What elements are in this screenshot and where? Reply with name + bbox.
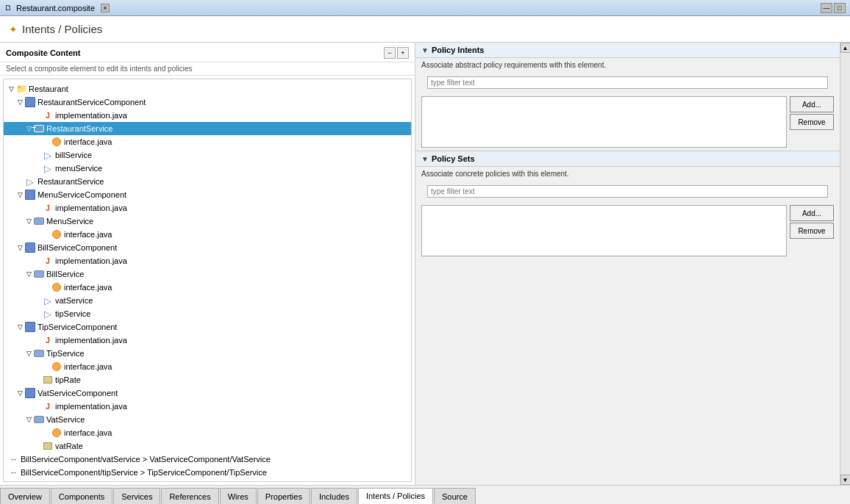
tab-includes[interactable]: Includes bbox=[311, 488, 357, 504]
collapse-arrow-icon2[interactable]: ▼ bbox=[421, 155, 429, 163]
tree-item[interactable]: J implementation.java bbox=[4, 201, 411, 215]
toggle-icon[interactable]: ▽ bbox=[15, 98, 24, 107]
tree-item[interactable]: J implementation.java bbox=[4, 109, 411, 122]
tree-item[interactable]: ▷ vatService bbox=[4, 294, 411, 307]
tree-item[interactable]: ▽ BillServiceComponent bbox=[4, 241, 411, 254]
tree-label: implementation.java bbox=[55, 336, 127, 345]
tab-overview[interactable]: Overview bbox=[0, 488, 50, 504]
service-ref-icon bbox=[33, 348, 45, 359]
collapse-button[interactable]: − bbox=[384, 47, 396, 59]
tab-source[interactable]: Source bbox=[434, 488, 476, 504]
tree-label: vatRate bbox=[55, 442, 83, 450]
wire-item[interactable]: ↔ BillServiceComponent/tipService > TipS… bbox=[4, 466, 411, 479]
right-scrollbar[interactable]: ▲ ▼ bbox=[840, 43, 850, 485]
spacer bbox=[33, 442, 42, 450]
tree-label: implementation.java bbox=[55, 111, 127, 120]
policy-intents-title: Policy Intents bbox=[432, 46, 485, 54]
tree-container[interactable]: ▽ 📁 Restaurant ▽ RestaurantServiceCompon… bbox=[3, 79, 412, 482]
toggle-icon[interactable]: ▽ bbox=[7, 84, 15, 93]
tree-label: tipService bbox=[55, 309, 90, 318]
scroll-down-button[interactable]: ▼ bbox=[840, 475, 851, 485]
tree-item[interactable]: interface.java bbox=[4, 426, 411, 439]
title-bar: 🗋 Restaurant.composite × — □ bbox=[0, 0, 850, 16]
maximize-button[interactable]: □ bbox=[834, 3, 846, 13]
toggle-icon[interactable]: ▽ bbox=[15, 243, 24, 252]
tree-item[interactable]: J implementation.java bbox=[4, 400, 411, 413]
policy-sets-list[interactable] bbox=[421, 205, 787, 256]
tree-label: VatService bbox=[46, 415, 85, 424]
collapse-arrow-icon[interactable]: ▼ bbox=[421, 46, 429, 54]
tree-label: implementation.java bbox=[55, 204, 127, 212]
tree-item[interactable]: ▽ TipService bbox=[4, 347, 411, 360]
toggle-icon[interactable]: ▽ bbox=[15, 389, 24, 397]
toggle-icon[interactable]: ▽ bbox=[24, 415, 33, 424]
tree-item[interactable]: interface.java bbox=[4, 360, 411, 373]
toggle-icon[interactable]: ▽ bbox=[24, 270, 33, 278]
toggle-icon[interactable]: ▽ bbox=[15, 190, 24, 199]
tree-item[interactable]: ▽ VatService bbox=[4, 413, 411, 426]
tab-close-button[interactable]: × bbox=[101, 4, 110, 12]
wire-arrow-icon: ↔ bbox=[10, 468, 18, 477]
tree-label: RestaurantService bbox=[46, 124, 113, 133]
tab-properties[interactable]: Properties bbox=[257, 488, 310, 504]
tree-item[interactable]: ▽ RestaurantServiceComponent bbox=[4, 96, 411, 109]
tab-services[interactable]: Services bbox=[113, 488, 160, 504]
tree-item[interactable]: tipRate bbox=[4, 373, 411, 386]
tab-intents-policies[interactable]: Intents / Policies bbox=[358, 488, 433, 504]
component-icon bbox=[24, 96, 36, 108]
expand-button[interactable]: + bbox=[397, 47, 409, 59]
policy-sets-add-button[interactable]: Add... bbox=[790, 205, 834, 221]
policy-intents-add-button[interactable]: Add... bbox=[790, 96, 834, 112]
policy-sets-filter[interactable] bbox=[427, 185, 828, 198]
scroll-up-button[interactable]: ▲ bbox=[840, 43, 851, 53]
tree-item[interactable]: ▽ 📁 Restaurant bbox=[4, 82, 411, 96]
tree-item[interactable]: ▷ billService bbox=[4, 148, 411, 162]
java-icon: J bbox=[42, 202, 54, 214]
tab-components[interactable]: Components bbox=[51, 488, 113, 504]
component-icon bbox=[24, 242, 36, 253]
spacer bbox=[33, 402, 42, 411]
toggle-icon[interactable]: ▽ bbox=[24, 349, 33, 358]
minimize-button[interactable]: — bbox=[821, 3, 832, 13]
policy-intents-remove-button[interactable]: Remove bbox=[790, 114, 834, 130]
interface-icon bbox=[51, 281, 63, 293]
toggle-icon[interactable]: ▽ bbox=[24, 124, 33, 133]
tree-item[interactable]: ▽ BillService bbox=[4, 267, 411, 281]
tree-item[interactable]: ▷ menuService bbox=[4, 162, 411, 175]
tab-wires[interactable]: Wires bbox=[220, 488, 257, 504]
tree-item[interactable]: ▽ MenuService bbox=[4, 215, 411, 228]
tree-item[interactable]: interface.java bbox=[4, 281, 411, 294]
tree-label: menuService bbox=[55, 164, 102, 173]
tree-item[interactable]: J implementation.java bbox=[4, 334, 411, 347]
toggle-icon[interactable]: ▽ bbox=[24, 217, 33, 226]
tree-item[interactable]: ▷ RestaurantService bbox=[4, 175, 411, 188]
tree-item[interactable]: ▷ tipService bbox=[4, 307, 411, 320]
service-ref-icon bbox=[33, 268, 45, 280]
tree-item[interactable]: J implementation.java bbox=[4, 254, 411, 267]
service-ref-icon bbox=[33, 414, 45, 425]
property-icon bbox=[42, 440, 54, 452]
spacer bbox=[42, 137, 51, 146]
tree-item[interactable]: interface.java bbox=[4, 228, 411, 241]
service-ref-icon bbox=[33, 123, 45, 134]
toggle-icon[interactable]: ▽ bbox=[15, 323, 24, 331]
tree-item-selected[interactable]: ▽ RestaurantService bbox=[4, 122, 411, 135]
tab-title: Restaurant.composite bbox=[16, 4, 95, 12]
tree-label: MenuService bbox=[46, 217, 93, 226]
tab-overview-label: Overview bbox=[8, 492, 42, 501]
tree-item[interactable]: ▽ TipServiceComponent bbox=[4, 320, 411, 334]
component-icon bbox=[24, 189, 36, 201]
tree-label: BillServiceComponent/tipService > TipSer… bbox=[21, 468, 267, 477]
tab-references[interactable]: References bbox=[161, 488, 218, 504]
policy-intents-filter[interactable] bbox=[427, 76, 828, 89]
wire-arrow-icon: ↔ bbox=[10, 455, 18, 464]
panel-title: Composite Content bbox=[6, 48, 80, 57]
policy-sets-remove-button[interactable]: Remove bbox=[790, 223, 834, 239]
tree-item[interactable]: vatRate bbox=[4, 439, 411, 453]
policy-intents-list[interactable] bbox=[421, 96, 787, 148]
tree-label: MenuServiceComponent bbox=[38, 190, 126, 199]
tree-item[interactable]: ▽ VatServiceComponent bbox=[4, 386, 411, 400]
wire-item[interactable]: ↔ BillServiceComponent/vatService > VatS… bbox=[4, 453, 411, 466]
tree-item[interactable]: interface.java bbox=[4, 135, 411, 148]
tree-item[interactable]: ▽ MenuServiceComponent bbox=[4, 188, 411, 201]
